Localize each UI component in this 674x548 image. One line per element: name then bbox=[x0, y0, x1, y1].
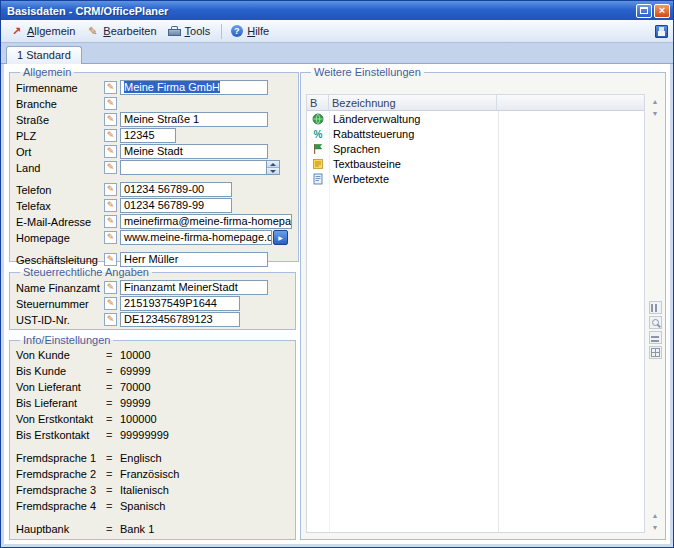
finanzamt-field[interactable]: Finanzamt MeinerStadt bbox=[120, 280, 268, 295]
steuernummer-field[interactable]: 2151937549P1644 bbox=[120, 296, 240, 311]
group-weitere-title: Weitere Einstellungen bbox=[311, 66, 424, 78]
edit-icon-button[interactable]: ✎ bbox=[104, 199, 117, 212]
pencil-icon: ✎ bbox=[107, 201, 115, 210]
list-view-button[interactable] bbox=[649, 331, 662, 344]
scroll-up-button[interactable]: ▲ bbox=[649, 510, 661, 521]
edit-icon-button[interactable]: ✎ bbox=[104, 145, 117, 158]
menu-hilfe[interactable]: ? Hilfe bbox=[226, 23, 276, 40]
info-label: Von Erstkontakt bbox=[16, 413, 106, 425]
field-row: Homepage ✎ www.meine-firma-homepage.de ▶ bbox=[16, 230, 292, 245]
edit-icon-button[interactable]: ✎ bbox=[104, 231, 117, 244]
info-label: Hauptbank bbox=[16, 523, 106, 535]
field-row: Geschäftsleitung ✎ Herr Müller bbox=[16, 252, 292, 267]
field-label: Firmenname bbox=[16, 82, 104, 94]
firmenname-field[interactable]: Meine Firma GmbH bbox=[120, 80, 268, 95]
titlebar: Basisdaten - CRM/OfficePlaner × bbox=[1, 1, 673, 20]
list-row[interactable]: % Rabattsteuerung bbox=[307, 126, 644, 141]
group-info-einstellungen: Info/Einstellungen Von Kunde = 10000 Bis… bbox=[9, 334, 296, 540]
telefon-field[interactable]: 01234 56789-00 bbox=[120, 182, 232, 197]
edit-icon-button[interactable]: ✎ bbox=[104, 97, 117, 110]
ad-texts-icon bbox=[307, 173, 329, 185]
field-label: PLZ bbox=[16, 130, 104, 142]
edit-icon-button[interactable]: ✎ bbox=[104, 215, 117, 228]
info-row: Bis Lieferant = 99999 bbox=[16, 396, 289, 410]
scroll-down-button[interactable]: ▼ bbox=[649, 522, 661, 533]
grid-view-button[interactable] bbox=[649, 346, 662, 359]
field-row: Telefax ✎ 01234 56789-99 bbox=[16, 198, 292, 213]
list-rail: ▲ ▼ ▲ ▼ bbox=[648, 96, 662, 534]
menu-bearbeiten[interactable]: ✎ Bearbeiten bbox=[82, 23, 163, 40]
info-value: Italienisch bbox=[120, 484, 289, 496]
menu-allgemein[interactable]: ↗ Allgemein bbox=[6, 23, 82, 40]
tab-standard[interactable]: 1 Standard bbox=[6, 46, 82, 64]
pencil-icon: ✎ bbox=[107, 83, 115, 92]
equals-sign: = bbox=[106, 429, 120, 441]
field-label: UST-ID-Nr. bbox=[16, 314, 104, 326]
spin-down-button[interactable] bbox=[267, 167, 279, 174]
column-header-b[interactable]: B bbox=[307, 95, 329, 110]
strasse-field[interactable]: Meine Straße 1 bbox=[120, 112, 268, 127]
equals-sign: = bbox=[106, 413, 120, 425]
info-row: Bis Kunde = 69999 bbox=[16, 364, 289, 378]
field-label: Name Finanzamt bbox=[16, 282, 104, 294]
weitere-list: B Bezeichnung Länderverwaltung % Ra bbox=[306, 94, 645, 533]
list-row[interactable]: Länderverwaltung bbox=[307, 111, 644, 126]
pencil-icon: ✎ bbox=[107, 163, 115, 172]
info-value: 99999999 bbox=[120, 429, 289, 441]
edit-icon-button[interactable]: ✎ bbox=[104, 113, 117, 126]
pencil-icon: ✎ bbox=[107, 99, 115, 108]
scroll-down-button[interactable]: ▼ bbox=[649, 108, 661, 119]
info-row: Fremdsprache 2 = Französisch bbox=[16, 467, 289, 481]
field-row: Land ✎ DE : Deutschland bbox=[16, 160, 292, 175]
column-header-bezeichnung[interactable]: Bezeichnung bbox=[329, 95, 497, 110]
content-area: Allgemein Firmenname ✎ Meine Firma GmbH … bbox=[4, 64, 670, 544]
open-homepage-button[interactable]: ▶ bbox=[273, 230, 288, 245]
geschaeftsleitung-field[interactable]: Herr Müller bbox=[120, 252, 268, 267]
field-label: Telefon bbox=[16, 184, 104, 196]
info-label: Fremdsprache 3 bbox=[16, 484, 106, 496]
pencil-icon: ✎ bbox=[107, 315, 115, 324]
field-label: Steuernummer bbox=[16, 298, 104, 310]
info-label: Bis Kunde bbox=[16, 365, 106, 377]
field-row: Steuernummer ✎ 2151937549P1644 bbox=[16, 296, 289, 311]
field-label: Homepage bbox=[16, 232, 104, 244]
info-value: 69999 bbox=[120, 365, 289, 377]
ort-field[interactable]: Meine Stadt bbox=[120, 144, 268, 159]
edit-icon-button[interactable]: ✎ bbox=[104, 281, 117, 294]
homepage-field[interactable]: www.meine-firma-homepage.de bbox=[120, 230, 272, 245]
equals-sign: = bbox=[106, 397, 120, 409]
info-row: Fremdsprache 1 = Englisch bbox=[16, 451, 289, 465]
menu-tools[interactable]: Tools bbox=[164, 23, 218, 40]
email-field[interactable]: meinefirma@meine-firma-homepage.de bbox=[120, 214, 292, 229]
pencil-icon: ✎ bbox=[107, 185, 115, 194]
maximize-button[interactable] bbox=[636, 4, 652, 18]
plz-field[interactable]: 12345 bbox=[120, 128, 176, 143]
list-row[interactable]: Sprachen bbox=[307, 141, 644, 156]
columns-view-button[interactable] bbox=[649, 301, 662, 314]
edit-icon-button[interactable]: ✎ bbox=[104, 161, 117, 174]
info-value: 70000 bbox=[120, 381, 289, 393]
edit-icon-button[interactable]: ✎ bbox=[104, 313, 117, 326]
scroll-up-button[interactable]: ▲ bbox=[649, 96, 661, 107]
save-icon[interactable] bbox=[655, 25, 668, 38]
tabstrip: 1 Standard bbox=[1, 43, 673, 64]
edit-icon-button[interactable]: ✎ bbox=[104, 129, 117, 142]
columns-icon bbox=[651, 304, 659, 312]
land-select[interactable]: DE : Deutschland bbox=[120, 160, 280, 175]
search-button[interactable] bbox=[649, 316, 662, 329]
maximize-icon bbox=[640, 7, 648, 14]
edit-icon-button[interactable]: ✎ bbox=[104, 81, 117, 94]
list-row[interactable]: Werbetexte bbox=[307, 171, 644, 186]
field-row: PLZ ✎ 12345 bbox=[16, 128, 292, 143]
edit-icon-button[interactable]: ✎ bbox=[104, 183, 117, 196]
info-value: 10000 bbox=[120, 349, 289, 361]
ustid-field[interactable]: DE123456789123 bbox=[120, 312, 240, 327]
edit-icon-button[interactable]: ✎ bbox=[104, 297, 117, 310]
pencil-icon: ✎ bbox=[107, 283, 115, 292]
edit-icon-button[interactable]: ✎ bbox=[104, 253, 117, 266]
list-row[interactable]: Textbausteine bbox=[307, 156, 644, 171]
list-item-label: Länderverwaltung bbox=[329, 113, 420, 125]
close-button[interactable]: × bbox=[654, 4, 670, 18]
telefax-field[interactable]: 01234 56789-99 bbox=[120, 198, 232, 213]
info-label: Fremdsprache 1 bbox=[16, 452, 106, 464]
